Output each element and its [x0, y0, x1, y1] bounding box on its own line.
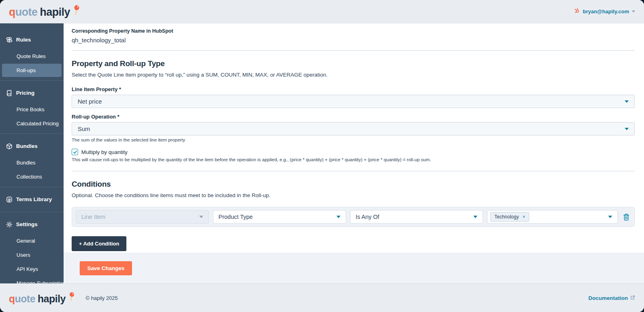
sidebar-section-label: Rules: [16, 37, 31, 43]
sidebar-item-calculated-pricing[interactable]: Calculated Pricing: [2, 117, 62, 130]
condition-object-value: Line Item: [81, 214, 105, 220]
main-content: Corresponding Property Name in HubSpot q…: [64, 23, 644, 251]
sidebar-section-label: Bundles: [16, 143, 37, 149]
copyright-text: © hapily 2025: [86, 295, 118, 301]
section-divider: [72, 171, 635, 171]
chevron-down-icon: [473, 216, 477, 218]
sidebar-section-pricing[interactable]: Pricing: [0, 84, 64, 102]
sidebar-divider: [0, 80, 64, 81]
external-link-icon: [630, 295, 635, 301]
chevron-down-icon: [632, 10, 635, 12]
save-changes-button[interactable]: Save Changes: [80, 261, 132, 275]
logo-text-hapily: hapily: [38, 293, 66, 305]
sidebar-section-settings[interactable]: Settings: [0, 215, 64, 233]
multiply-by-quantity-checkbox[interactable]: [72, 149, 78, 155]
rules-icon: [6, 36, 12, 43]
conditions-section-subtitle: Optional. Choose the conditions line ite…: [72, 192, 635, 198]
documentation-link[interactable]: Documentation: [588, 295, 635, 301]
sidebar-item-general[interactable]: General: [2, 234, 62, 248]
rollup-section-title: Property and Roll-up Type: [72, 59, 635, 68]
svg-text:@: @: [7, 198, 11, 202]
condition-operator-value: Is Any Of: [356, 214, 380, 220]
condition-value-tag: Technology ×: [490, 212, 529, 222]
sidebar-divider: [0, 187, 64, 187]
sidebar-divider: [0, 212, 64, 212]
sidebar-item-users[interactable]: Users: [2, 248, 62, 262]
sidebar-item-quote-rules[interactable]: Quote Rules: [2, 50, 62, 63]
condition-operator-select[interactable]: Is Any Of: [350, 210, 483, 224]
line-item-property-value: Net price: [78, 98, 102, 105]
chevron-down-icon: [336, 216, 341, 218]
sidebar-item-label: Manage Subscription: [17, 280, 64, 283]
settings-icon: [6, 221, 12, 228]
condition-property-value: Product Type: [219, 214, 253, 220]
multiply-by-quantity-help: This will cause roll-ups to be multiplie…: [72, 157, 635, 162]
user-menu[interactable]: bryan@hapily.com: [574, 8, 635, 15]
main-panel: Corresponding Property Name in HubSpot q…: [64, 23, 644, 283]
sidebar-section-bundles[interactable]: Bundles: [0, 137, 64, 155]
sidebar-section-terms-library[interactable]: @ Terms Library: [0, 190, 64, 208]
sidebar-item-collections[interactable]: Collections: [2, 170, 62, 183]
sidebar-section-label: Settings: [16, 221, 37, 227]
footer-logo[interactable]: quotehapily: [9, 291, 76, 305]
conditions-section-title: Conditions: [72, 180, 635, 189]
hubspot-sprocket-icon: [574, 8, 580, 15]
sidebar-item-bundles[interactable]: Bundles: [2, 156, 62, 169]
add-condition-button[interactable]: + Add Condition: [72, 236, 126, 251]
sidebar-item-api-keys[interactable]: API Keys: [2, 262, 62, 276]
property-name-label: Corresponding Property Name in HubSpot: [72, 28, 635, 34]
sidebar-section-label: Terms Library: [16, 196, 52, 202]
trash-icon: [623, 213, 630, 221]
page-footer: quotehapily © hapily 2025 Documentation: [0, 283, 644, 312]
sidebar: Rules Quote Rules Roll-ups Pricing Price…: [0, 23, 64, 283]
bundles-icon: [6, 143, 12, 150]
rollup-section-subtitle: Select the Quote Line Item property to “…: [72, 72, 635, 78]
sidebar-section-rules[interactable]: Rules: [0, 31, 64, 49]
condition-object-select: Line Item: [76, 210, 209, 224]
property-name-value: qh_technology_total: [72, 37, 635, 44]
multiply-by-quantity-row[interactable]: Multiply by quantity: [72, 149, 635, 155]
rollup-operation-help: The sum of the values in the selected li…: [72, 137, 635, 142]
logo-text-quote: quote: [9, 6, 37, 19]
sidebar-item-price-books[interactable]: Price Books: [2, 103, 62, 116]
app-window: quotehapily: [0, 0, 644, 312]
condition-value-tag-label: Technology: [494, 214, 519, 220]
sidebar-divider: [0, 133, 64, 134]
documentation-link-label: Documentation: [588, 295, 628, 301]
top-bar: quotehapily: [0, 0, 644, 23]
delete-condition-button[interactable]: [622, 212, 631, 222]
multiply-by-quantity-label: Multiply by quantity: [81, 149, 128, 155]
pricing-icon: [6, 89, 12, 96]
line-item-property-label: Line Item Property *: [72, 86, 635, 92]
sidebar-item-roll-ups[interactable]: Roll-ups: [2, 64, 62, 77]
header-logo[interactable]: quotehapily: [9, 4, 81, 19]
section-divider: [72, 50, 635, 51]
rollup-operation-value: Sum: [78, 125, 90, 132]
chevron-down-icon: [199, 216, 203, 218]
condition-row: Line Item Product Type Is Any Of Technol…: [72, 207, 635, 227]
save-bar: Save Changes: [64, 253, 644, 283]
popsicle-icon: [66, 291, 76, 305]
logo-text-quote: quote: [9, 293, 35, 305]
chevron-down-icon: [608, 216, 612, 218]
sidebar-section-label: Pricing: [16, 90, 35, 96]
sidebar-item-manage-subscription[interactable]: Manage Subscription: [2, 277, 62, 283]
chevron-down-icon: [625, 100, 629, 103]
page-body: Rules Quote Rules Roll-ups Pricing Price…: [0, 23, 644, 283]
rollup-operation-label: Roll-up Operation *: [72, 114, 635, 120]
remove-tag-icon[interactable]: ×: [522, 214, 525, 219]
line-item-property-select[interactable]: Net price: [72, 95, 635, 108]
condition-values-multiselect[interactable]: Technology ×: [487, 210, 618, 224]
chevron-down-icon: [625, 128, 629, 130]
user-email: bryan@hapily.com: [583, 8, 629, 15]
rollup-operation-select[interactable]: Sum: [72, 122, 635, 135]
condition-property-select[interactable]: Product Type: [213, 210, 346, 224]
logo-text-hapily: hapily: [40, 6, 70, 19]
popsicle-icon: [71, 4, 81, 19]
terms-library-icon: @: [6, 196, 12, 203]
